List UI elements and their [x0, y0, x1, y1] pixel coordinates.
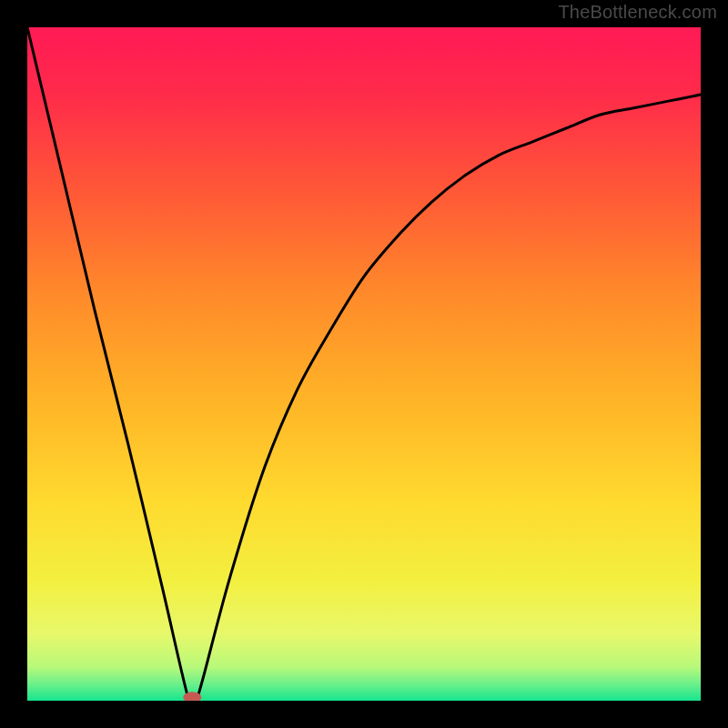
plot-area	[27, 27, 701, 701]
gradient-background	[27, 27, 701, 701]
watermark-text: TheBottleneck.com	[558, 2, 717, 23]
chart-svg	[27, 27, 701, 701]
chart-frame: TheBottleneck.com	[0, 0, 728, 728]
